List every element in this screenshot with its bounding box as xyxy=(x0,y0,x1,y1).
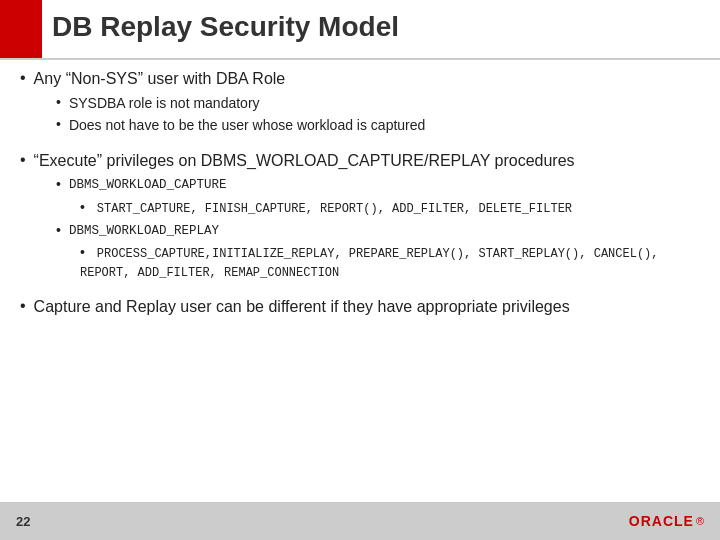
page-title: DB Replay Security Model xyxy=(52,10,700,44)
code-section-2: • DBMS_WORKLOAD_CAPTURE • START_CAPTURE,… xyxy=(56,176,700,283)
code-value-capture: START_CAPTURE, FINISH_CAPTURE, REPORT(),… xyxy=(97,202,572,216)
sub-dot-capture-code: • xyxy=(80,199,85,215)
oracle-label: ORACLE xyxy=(629,513,694,529)
bullet-main-2: • “Execute” privileges on DBMS_WORLOAD_C… xyxy=(20,150,700,172)
bullet-text-2: “Execute” privileges on DBMS_WORLOAD_CAP… xyxy=(34,150,575,172)
oracle-logo: ORACLE ® xyxy=(629,513,704,529)
title-area: DB Replay Security Model xyxy=(52,10,700,44)
bullet-section-3: • Capture and Replay user can be differe… xyxy=(20,296,700,318)
sub-dot-capture: • xyxy=(56,176,61,192)
sub-bullets-1: • SYSDBA role is not mandatory • Does no… xyxy=(56,94,700,135)
sub-bullet-1b: • Does not have to be the user whose wor… xyxy=(56,116,700,136)
bullet-text-3: Capture and Replay user can be different… xyxy=(34,296,570,318)
red-accent-bar xyxy=(0,0,42,58)
bullet-section-2: • “Execute” privileges on DBMS_WORLOAD_C… xyxy=(20,150,700,283)
sub-text-1b: Does not have to be the user whose workl… xyxy=(69,116,425,136)
title-divider xyxy=(0,58,720,60)
bottom-bar: 22 ORACLE ® xyxy=(0,502,720,540)
sub-bullet-1a: • SYSDBA role is not mandatory xyxy=(56,94,700,114)
sub-dot-1b: • xyxy=(56,116,61,132)
bullet-text-1: Any “Non-SYS” user with DBA Role xyxy=(34,68,286,90)
sub-dot-replay-code: • xyxy=(80,244,85,260)
sub-dot-replay: • xyxy=(56,222,61,238)
page-number: 22 xyxy=(16,514,30,529)
bullet-main-3: • Capture and Replay user can be differe… xyxy=(20,296,700,318)
code-bullet-capture: • DBMS_WORKLOAD_CAPTURE xyxy=(56,176,700,195)
bullet-section-1: • Any “Non-SYS” user with DBA Role • SYS… xyxy=(20,68,700,136)
code-label-replay: DBMS_WORKLOAD_REPLAY xyxy=(69,222,219,241)
bullet-dot-3: • xyxy=(20,297,26,315)
main-content: • Any “Non-SYS” user with DBA Role • SYS… xyxy=(20,68,700,490)
code-sub-capture: • START_CAPTURE, FINISH_CAPTURE, REPORT(… xyxy=(80,199,700,218)
code-bullet-replay: • DBMS_WORKLOAD_REPLAY xyxy=(56,222,700,241)
sub-dot-1a: • xyxy=(56,94,61,110)
bullet-dot-1: • xyxy=(20,69,26,87)
code-value-replay: PROCESS_CAPTURE,INITIALIZE_REPLAY, PREPA… xyxy=(80,247,659,280)
trademark-symbol: ® xyxy=(696,515,704,527)
code-sub-replay: • PROCESS_CAPTURE,INITIALIZE_REPLAY, PRE… xyxy=(80,244,700,282)
bullet-dot-2: • xyxy=(20,151,26,169)
sub-text-1a: SYSDBA role is not mandatory xyxy=(69,94,260,114)
bullet-main-1: • Any “Non-SYS” user with DBA Role xyxy=(20,68,700,90)
code-label-capture: DBMS_WORKLOAD_CAPTURE xyxy=(69,176,227,195)
